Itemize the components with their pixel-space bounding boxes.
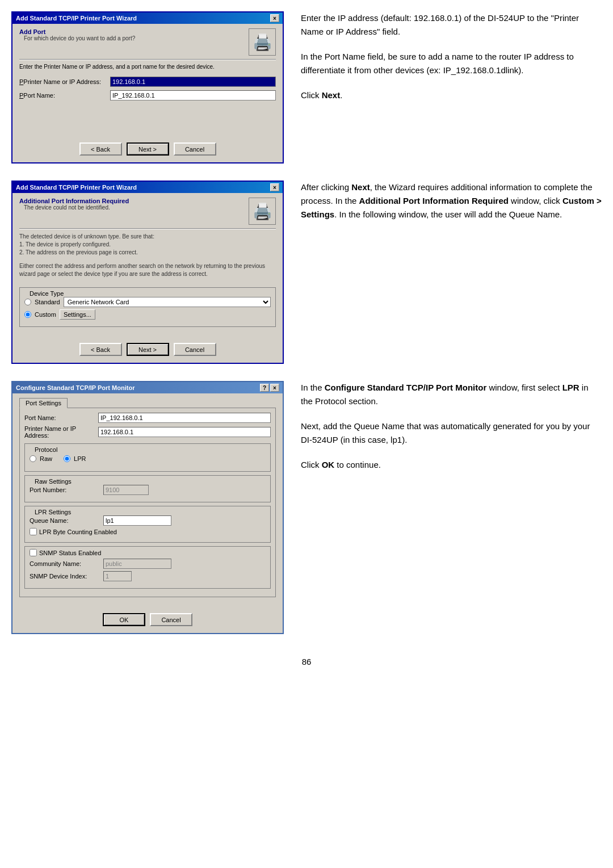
- dialog-2-body: Additional Port Information Required The…: [12, 193, 283, 363]
- queue-name-row: Queue Name:: [30, 515, 266, 526]
- section3-para3-bold: OK: [322, 460, 335, 469]
- snmp-enabled-row: SNMP Status Enabled: [30, 549, 266, 556]
- dialog-1-back-btn[interactable]: < Back: [79, 142, 122, 156]
- snmp-enabled-label: SNMP Status Enabled: [39, 550, 101, 556]
- device-type-group: Device Type Standard Generic Network Car…: [19, 287, 276, 327]
- dialog-2-header-sub: The device could not be identified.: [24, 204, 129, 211]
- dialog-2-titlebar: Add Standard TCP/IP Printer Port Wizard …: [12, 182, 283, 193]
- cfg-port-name-row: Port Name:: [24, 413, 271, 423]
- printer-name-input[interactable]: [110, 77, 276, 87]
- cfg-port-name-label: Port Name:: [24, 414, 98, 421]
- lpr-radio[interactable]: [64, 455, 70, 462]
- dialog-3-body: Port Settings Port Name: Printer Name or…: [12, 393, 283, 633]
- raw-radio[interactable]: [30, 455, 36, 462]
- port-name-label-rest: Port Name:: [23, 92, 55, 99]
- device-index-label: SNMP Device Index:: [30, 573, 103, 580]
- dialog-2-title: Add Standard TCP/IP Printer Port Wizard: [16, 184, 137, 191]
- standard-radio-row: Standard Generic Network Card: [24, 297, 271, 307]
- community-label: Community Name:: [30, 560, 103, 567]
- community-input: [103, 559, 171, 569]
- dialog-2-notice: The detected device is of unknown type. …: [19, 233, 276, 257]
- section2-para1-prefix: After clicking: [301, 182, 351, 192]
- dialog-1-buttons: < Back Next > Cancel: [19, 138, 276, 156]
- lpr-byte-checkbox[interactable]: [30, 528, 37, 535]
- printer-wizard-icon-1: 🖨️: [249, 28, 276, 56]
- page-number: 86: [11, 657, 602, 678]
- section-2: Add Standard TCP/IP Printer Port Wizard …: [11, 181, 602, 364]
- dialog-1-next-btn[interactable]: Next >: [127, 142, 169, 156]
- section2-para1-bold1: Next: [351, 182, 370, 192]
- port-name-input[interactable]: [110, 90, 276, 100]
- raw-radio-row: Raw: [30, 455, 52, 462]
- dialog-1-header-sub: For which device do you want to add a po…: [24, 35, 135, 41]
- dialog-3-cancel-btn[interactable]: Cancel: [150, 613, 192, 626]
- section3-para1-prefix: In the: [301, 383, 325, 392]
- dialog-2-header: Additional Port Information Required The…: [19, 198, 129, 211]
- dialog-2-notice2: Either correct the address and perform a…: [19, 262, 276, 278]
- snmp-group: SNMP Status Enabled Community Name: SNMP…: [24, 546, 271, 589]
- printer-name-label: PPrinter Name or IP Address:: [19, 78, 110, 85]
- dialog-1-body: Add Port For which device do you want to…: [12, 24, 283, 162]
- section1-para1: Enter the IP address (default: 192.168.0…: [301, 11, 602, 39]
- dialog-3-tabs: Port Settings: [19, 398, 276, 408]
- dialog-2-close-btn[interactable]: ×: [270, 183, 279, 191]
- snmp-enabled-checkbox[interactable]: [30, 549, 37, 556]
- cfg-port-name-input[interactable]: [98, 413, 271, 423]
- dialog-2-separator: [19, 228, 276, 229]
- dialog-2-buttons: < Back Next > Cancel: [19, 338, 276, 356]
- text-col-2: After clicking Next, the Wizard requires…: [284, 181, 602, 221]
- section3-para1-bold1: Configure Standard TCP/IP Port Monitor: [325, 383, 487, 392]
- dialog-2-back-btn[interactable]: < Back: [79, 343, 122, 356]
- settings-btn[interactable]: Settings...: [60, 309, 95, 320]
- dialog-1-instruction: Enter the Printer Name or IP address, an…: [19, 64, 276, 70]
- dialog-1-title: Add Standard TCP/IP Printer Port Wizard: [16, 15, 137, 22]
- standard-select[interactable]: Generic Network Card: [64, 297, 271, 307]
- custom-label: Custom: [35, 311, 56, 318]
- section3-para1: In the Configure Standard TCP/IP Port Mo…: [301, 381, 602, 408]
- raw-settings-legend: Raw Settings: [33, 478, 266, 485]
- dialog-1-cancel-btn[interactable]: Cancel: [174, 142, 216, 156]
- dialog-3-tab-content: Port Name: Printer Name or IP Address: P…: [19, 408, 276, 597]
- queue-name-input[interactable]: [103, 515, 171, 526]
- raw-settings-group: Raw Settings Port Number:: [24, 475, 271, 502]
- printer-name-row: PPrinter Name or IP Address:: [19, 77, 276, 87]
- custom-radio[interactable]: [24, 311, 31, 318]
- section3-para1-mid: window, first select: [486, 383, 562, 392]
- text-col-1: Enter the IP address (default: 192.168.0…: [284, 11, 602, 102]
- dialog-3-help-btn[interactable]: ?: [260, 384, 269, 392]
- printer-icon-2: 🖨️: [253, 202, 272, 221]
- dialog-3-close-btn[interactable]: ×: [270, 384, 279, 392]
- section2-para1: After clicking Next, the Wizard requires…: [301, 181, 602, 221]
- section-3: Configure Standard TCP/IP Port Monitor ?…: [11, 381, 602, 634]
- section2-para1-bold2: Additional Port Information Required: [359, 196, 509, 206]
- section1-para2: In the Port Name field, be sure to add a…: [301, 50, 602, 77]
- notice-line1: The detected device is of unknown type. …: [19, 233, 276, 241]
- dialog-2-cancel-btn[interactable]: Cancel: [174, 343, 216, 356]
- community-row: Community Name:: [30, 559, 266, 569]
- dialog-2-header-title: Additional Port Information Required: [19, 198, 129, 204]
- standard-radio[interactable]: [24, 299, 31, 305]
- device-index-input: [103, 571, 132, 581]
- section2-para1-mid2: window, click: [509, 196, 562, 206]
- dialog-1-close-btn[interactable]: ×: [270, 14, 279, 22]
- tab-port-settings[interactable]: Port Settings: [19, 398, 68, 408]
- port-name-row: PPort Name:: [19, 90, 276, 100]
- printer-name-label-rest: Printer Name or IP Address:: [23, 78, 101, 85]
- device-type-group-wrapper: Device Type Standard Generic Network Car…: [19, 287, 276, 327]
- dialog-2-title-buttons: ×: [270, 183, 279, 191]
- cfg-printer-ip-label: Printer Name or IP Address:: [24, 425, 98, 439]
- section3-para3-suffix: to continue.: [334, 460, 381, 469]
- dialog-3-ok-btn[interactable]: OK: [103, 613, 145, 626]
- notice-line2: 1. The device is properly configured.: [19, 241, 276, 249]
- protocol-legend: Protocol: [33, 446, 266, 453]
- dialog-3-col: Configure Standard TCP/IP Port Monitor ?…: [11, 381, 284, 634]
- dialog-2-next-btn[interactable]: Next >: [127, 343, 169, 356]
- device-type-label: Device Type: [28, 290, 271, 297]
- dialog-3-title-buttons: ? ×: [260, 384, 279, 392]
- section1-para3-suffix: .: [340, 90, 342, 100]
- notice-line3: 2. The address on the previous page is c…: [19, 249, 276, 257]
- dialog-3: Configure Standard TCP/IP Port Monitor ?…: [11, 381, 284, 634]
- dialog-1-separator: [19, 59, 276, 60]
- cfg-printer-ip-input[interactable]: [98, 427, 271, 437]
- dialog-1: Add Standard TCP/IP Printer Port Wizard …: [11, 11, 284, 163]
